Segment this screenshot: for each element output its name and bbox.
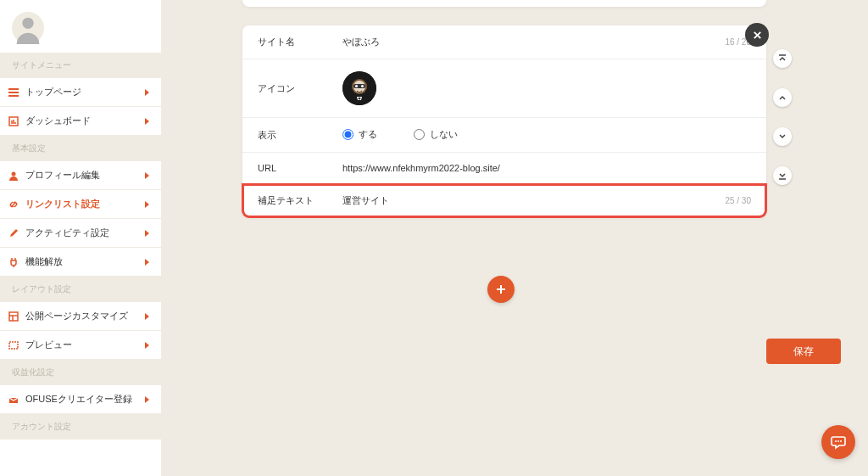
sidebar-item-label: アクティビティ設定 [25, 227, 145, 239]
row-display: 表示 する しない [242, 118, 766, 153]
sidebar-item-label: ダッシュボード [25, 115, 145, 127]
window-icon [7, 339, 20, 352]
reorder-buttons [773, 49, 792, 185]
radio-label: しない [430, 128, 458, 141]
sidebar-item-label: 公開ページカスタマイズ [25, 310, 145, 322]
svg-point-11 [355, 85, 358, 87]
url-value[interactable]: https://www.nfekhmyrm2022-blog.site/ [342, 163, 751, 173]
chevron-right-icon [145, 118, 149, 125]
sidebar-item-label: プロフィール編集 [25, 169, 145, 182]
plug-icon [7, 255, 20, 269]
row-url: URL https://www.nfekhmyrm2022-blog.site/ [242, 153, 766, 184]
site-icon [342, 71, 376, 105]
avatar[interactable] [12, 12, 44, 44]
char-count: 25 / 30 [725, 196, 751, 205]
close-button[interactable] [745, 23, 769, 47]
svg-point-16 [840, 440, 842, 442]
sidebar-item-label: プレビュー [25, 339, 145, 351]
sidebar-item-customize[interactable]: 公開ページカスタマイズ [0, 302, 161, 331]
chevron-right-icon [145, 230, 149, 237]
field-label: アイコン [258, 82, 342, 95]
hamburger-icon [7, 86, 20, 99]
chevron-right-icon [145, 313, 149, 320]
link-icon [7, 198, 20, 211]
chevron-right-icon [145, 342, 149, 349]
radio-label: する [359, 128, 377, 141]
sidebar-item-label: 機能解放 [25, 255, 145, 268]
svg-point-14 [835, 440, 837, 442]
svg-point-13 [359, 98, 361, 100]
svg-point-12 [361, 85, 364, 87]
sidebar-item-activity[interactable]: アクティビティ設定 [0, 219, 161, 248]
radio-display-off[interactable]: しない [414, 128, 458, 141]
link-item-card: サイト名 やぼぶろ 16 / 20 アイコン [242, 25, 766, 217]
move-up-button[interactable] [773, 88, 792, 107]
row-site-name: サイト名 やぼぶろ 16 / 20 [242, 25, 766, 59]
move-down-button[interactable] [773, 127, 792, 146]
svg-point-15 [837, 440, 839, 442]
row-icon: アイコン [242, 59, 766, 118]
main: サイト名 やぼぶろ 16 / 20 アイコン [161, 0, 868, 476]
chevron-right-icon [145, 172, 149, 179]
sidebar-item-label: トップページ [25, 86, 145, 98]
radio-input[interactable] [342, 129, 353, 140]
sidebar-item-label: リンクリスト設定 [25, 198, 145, 210]
chevron-right-icon [145, 259, 149, 266]
svg-point-1 [22, 18, 33, 29]
svg-rect-5 [9, 342, 18, 349]
section-header-site-menu: サイトメニュー [0, 53, 161, 78]
pen-icon [7, 227, 20, 240]
save-button[interactable]: 保存 [766, 339, 841, 364]
chevron-right-icon [145, 396, 149, 403]
sidebar-item-linklist[interactable]: リンクリスト設定 [0, 190, 161, 219]
sidebar-item-profile[interactable]: プロフィール編集 [0, 161, 161, 190]
chevron-right-icon [145, 201, 149, 208]
sidebar: サイトメニュー トップページ ダッシュボード 基本設定 プロフィール編集 リンク… [0, 0, 161, 476]
section-header-layout: レイアウト設定 [0, 277, 161, 302]
site-icon-holder[interactable] [342, 71, 751, 105]
sidebar-item-ofuse[interactable]: OFUSEクリエイター登録 [0, 385, 161, 414]
extra-text-value[interactable]: 運営サイト [342, 194, 718, 207]
field-label: URL [258, 163, 342, 173]
radio-input[interactable] [414, 129, 425, 140]
field-label: 補足テキスト [258, 194, 342, 207]
svg-rect-4 [9, 312, 18, 321]
field-label: サイト名 [258, 36, 342, 48]
sidebar-item-top[interactable]: トップページ [0, 78, 161, 107]
move-top-button[interactable] [773, 49, 792, 68]
svg-point-3 [12, 171, 16, 176]
sidebar-item-unlock[interactable]: 機能解放 [0, 248, 161, 277]
person-icon [7, 169, 20, 182]
chart-icon [7, 115, 20, 128]
sidebar-item-label: OFUSEクリエイター登録 [25, 393, 145, 406]
previous-card-stub [242, 0, 766, 7]
ofuse-icon [7, 393, 20, 406]
chat-button[interactable] [821, 425, 855, 459]
layout-icon [7, 310, 20, 323]
sidebar-item-preview[interactable]: プレビュー [0, 331, 161, 360]
section-header-monetize: 収益化設定 [0, 360, 161, 385]
add-link-button[interactable] [487, 276, 515, 303]
section-header-account: アカウント設定 [0, 414, 161, 440]
row-extra-text: 補足テキスト 運営サイト 25 / 30 [242, 184, 766, 217]
site-name-value[interactable]: やぼぶろ [342, 36, 718, 48]
sidebar-item-dashboard[interactable]: ダッシュボード [0, 107, 161, 136]
field-label: 表示 [258, 129, 342, 142]
section-header-basic: 基本設定 [0, 136, 161, 161]
chevron-right-icon [145, 89, 149, 96]
move-bottom-button[interactable] [773, 166, 792, 185]
radio-display-on[interactable]: する [342, 128, 377, 141]
